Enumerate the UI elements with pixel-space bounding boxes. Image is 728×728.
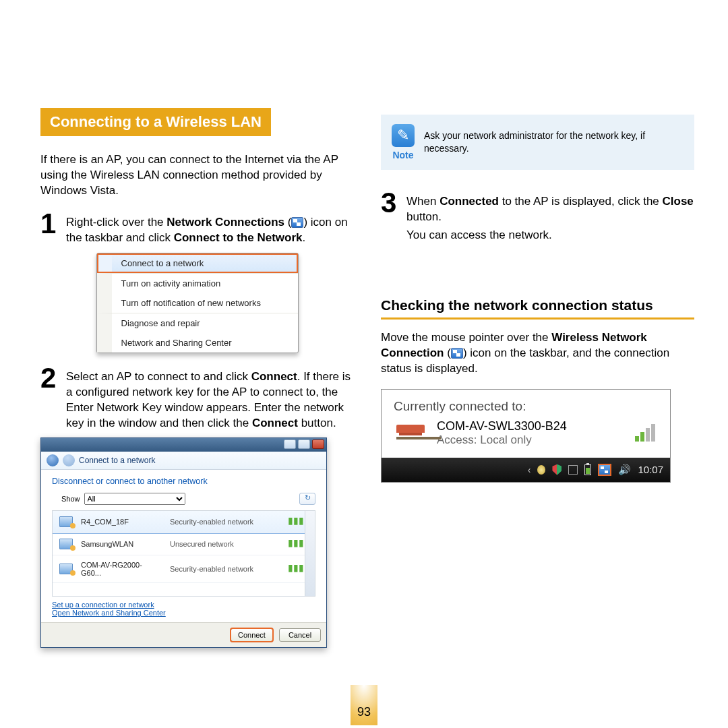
clock: 10:07 bbox=[638, 464, 663, 475]
network-name: R4_COM_18F bbox=[81, 518, 162, 526]
dialog-subtitle: Disconnect or connect to another network bbox=[52, 477, 315, 486]
network-connections-icon bbox=[291, 217, 303, 228]
intro-text: If there is an AP, you can connect to th… bbox=[40, 152, 354, 199]
access-text: Access: Local only bbox=[437, 433, 567, 447]
key-icon[interactable] bbox=[537, 465, 545, 475]
network-security: Security-enabled network bbox=[170, 518, 280, 526]
menu-item[interactable]: Turn off notification of new networks bbox=[97, 293, 298, 313]
network-item[interactable]: SamsungWLAN Unsecured network ▮▮▮ bbox=[53, 533, 315, 555]
context-menu: Connect to a network Turn on activity an… bbox=[96, 253, 299, 353]
note-box: ✎ Note Ask your network administrator fo… bbox=[381, 115, 694, 170]
network-item[interactable]: R4_COM_18F Security-enabled network ▮▮▮ bbox=[53, 511, 315, 533]
menu-item[interactable]: Diagnose and repair bbox=[97, 313, 298, 333]
step-2: 2 Select an AP to connect to and click C… bbox=[40, 365, 354, 431]
dialog-title: Connect to a network bbox=[79, 456, 155, 465]
link-setup[interactable]: Set up a connection or network bbox=[52, 601, 315, 609]
network-security: Security-enabled network bbox=[170, 565, 280, 573]
network-tray-icon[interactable] bbox=[598, 464, 611, 476]
pencil-icon: ✎ bbox=[392, 124, 415, 147]
step-1: 1 Right-click over the Network Connectio… bbox=[40, 211, 354, 246]
section-title: Connecting to a Wireless LAN bbox=[40, 108, 271, 136]
close-button[interactable] bbox=[312, 439, 324, 449]
step-number: 3 bbox=[381, 190, 400, 243]
note-label: Note bbox=[392, 150, 415, 160]
network-list: R4_COM_18F Security-enabled network ▮▮▮ … bbox=[52, 510, 315, 597]
ssid-text: COM-AV-SWL3300-B24 bbox=[437, 419, 567, 433]
show-select[interactable]: All bbox=[84, 493, 185, 505]
text: . bbox=[303, 231, 306, 244]
battery-icon[interactable] bbox=[584, 464, 591, 475]
text-bold: Connect to the Network bbox=[174, 231, 303, 244]
network-name: COM-AV-RG2000-G60... bbox=[81, 561, 162, 577]
dialog-header: Connect to a network bbox=[41, 452, 326, 470]
network-icon bbox=[59, 516, 73, 527]
text-bold: Connect bbox=[251, 370, 297, 383]
connect-button[interactable]: Connect bbox=[231, 628, 273, 642]
step-3: 3 When Connected to the AP is displayed,… bbox=[381, 190, 694, 243]
signal-icon: ▮▮▮ bbox=[288, 539, 300, 549]
text: You can access the network. bbox=[406, 228, 694, 243]
text-bold: Close bbox=[663, 195, 694, 208]
connect-dialog: Connect to a network Disconnect or conne… bbox=[40, 437, 327, 648]
cancel-button[interactable]: Cancel bbox=[279, 628, 321, 642]
text-bold: Network Connections bbox=[166, 216, 284, 229]
text: button. bbox=[406, 210, 442, 223]
network-icon bbox=[59, 539, 73, 549]
menu-item[interactable]: Network and Sharing Center bbox=[97, 333, 298, 353]
subsection-body: Move the mouse pointer over the Wireless… bbox=[381, 330, 694, 377]
taskbar: ‹ 🔊 10:07 bbox=[382, 458, 670, 482]
text: ( bbox=[284, 216, 291, 229]
shield-icon[interactable] bbox=[552, 464, 562, 475]
status-tooltip: Currently connected to: COM-AV-SWL3300-B… bbox=[381, 389, 671, 483]
text: When bbox=[406, 195, 439, 208]
wireless-connection-icon bbox=[451, 348, 463, 359]
tray-icon[interactable] bbox=[568, 465, 578, 475]
note-text: Ask your network administrator for the n… bbox=[424, 129, 684, 155]
text: button. bbox=[298, 417, 336, 429]
back-icon[interactable] bbox=[47, 454, 59, 466]
bench-icon bbox=[394, 421, 427, 445]
maximize-button[interactable] bbox=[298, 439, 310, 449]
text: Right-click over the bbox=[66, 216, 166, 229]
signal-icon: ▮▮▮ bbox=[288, 564, 300, 574]
tooltip-header: Currently connected to: bbox=[394, 399, 658, 414]
minimize-button[interactable] bbox=[284, 439, 296, 449]
signal-bars-icon bbox=[635, 424, 658, 442]
step-number: 2 bbox=[40, 365, 59, 431]
text: Select an AP to connect to and click bbox=[66, 370, 251, 383]
signal-icon: ▮▮▮ bbox=[288, 517, 300, 526]
subsection-title: Checking the network connection status bbox=[381, 297, 694, 320]
chevron-left-icon[interactable]: ‹ bbox=[528, 464, 531, 475]
menu-item[interactable]: Turn on activity animation bbox=[97, 273, 298, 293]
refresh-button[interactable]: ↻ bbox=[299, 493, 315, 505]
text: to the AP is displayed, click the bbox=[499, 195, 663, 208]
menu-item-connect[interactable]: Connect to a network bbox=[97, 253, 298, 273]
link-sharing-center[interactable]: Open Network and Sharing Center bbox=[52, 609, 315, 617]
network-item[interactable]: COM-AV-RG2000-G60... Security-enabled ne… bbox=[53, 555, 315, 583]
volume-icon[interactable]: 🔊 bbox=[618, 464, 631, 476]
network-icon bbox=[59, 564, 73, 574]
show-label: Show bbox=[61, 495, 80, 503]
titlebar bbox=[41, 438, 326, 452]
network-security: Unsecured network bbox=[170, 540, 280, 548]
text-bold: Connected bbox=[439, 195, 499, 208]
text-bold: Connect bbox=[252, 417, 298, 429]
forward-icon[interactable] bbox=[63, 454, 75, 466]
step-number: 1 bbox=[40, 211, 59, 246]
page-number: 93 bbox=[351, 685, 377, 725]
network-name: SamsungWLAN bbox=[81, 540, 162, 548]
